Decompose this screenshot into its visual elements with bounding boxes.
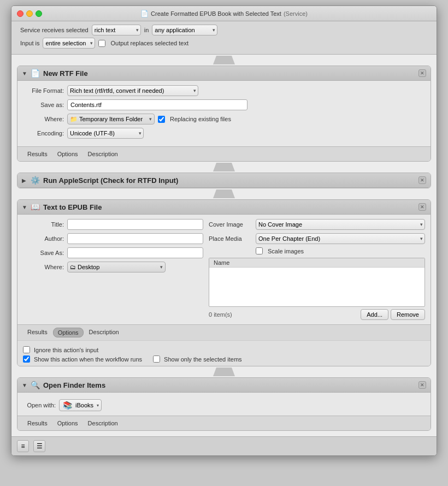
- run-applescript-header: ▶ ⚙️ Run AppleScript (Check for RTFD Inp…: [17, 173, 431, 188]
- encoding-select-wrap: Unicode (UTF-8): [67, 128, 144, 139]
- collapse-toggle-2[interactable]: ▶: [22, 177, 27, 183]
- main-window: 📄 Create Formatted EPUB Book with Select…: [11, 5, 437, 456]
- save-as-epub-label: Save As:: [23, 250, 64, 256]
- entire-selection-wrap: entire selection: [43, 38, 95, 49]
- ignore-input-checkbox[interactable]: [23, 346, 30, 353]
- table-footer: 0 item(s) Add... Remove: [209, 309, 425, 320]
- replacing-label: Replacing existing files: [170, 116, 231, 122]
- receives-label: Service receives selected: [20, 27, 89, 33]
- collapse-toggle[interactable]: ▼: [22, 70, 27, 76]
- file-format-select[interactable]: Rich text (rtf/rtfd, convert if needed): [67, 85, 198, 96]
- document-icon: 📄: [140, 10, 149, 17]
- in-label: in: [144, 27, 149, 33]
- tab-results-4[interactable]: Results: [23, 419, 52, 428]
- tab-options-1[interactable]: Options: [53, 150, 82, 158]
- open-finder-tabs: Results Options Description: [17, 416, 431, 430]
- open-finder-body: Open with: 📚 iBooks ▾: [17, 393, 431, 416]
- epub-close[interactable]: ✕: [418, 203, 426, 211]
- tab-results-1[interactable]: Results: [23, 150, 52, 158]
- tab-description-1[interactable]: Description: [84, 150, 122, 158]
- rtf-icon: 📄: [31, 69, 40, 78]
- cover-image-select[interactable]: No Cover Image: [256, 219, 425, 230]
- options-panel: Ignore this action's input Show this act…: [17, 340, 431, 366]
- service-bar: Service receives selected rich text in a…: [11, 21, 437, 55]
- where-epub-value: Desktop: [78, 264, 99, 270]
- open-finder-block: ▼ 🔍 Open Finder Items ✕ Open with: 📚 iBo…: [17, 377, 431, 431]
- place-media-label: Place Media: [209, 235, 252, 242]
- text-to-epub-body: Title: Author: Save As: Where:: [17, 215, 431, 324]
- show-action-checkbox[interactable]: [23, 355, 30, 363]
- cover-image-label: Cover Image: [209, 221, 252, 228]
- scale-images-label: Scale images: [268, 248, 304, 254]
- traffic-lights: [17, 10, 42, 17]
- maximize-button[interactable]: [36, 10, 42, 17]
- open-finder-title: Open Finder Items: [43, 381, 105, 389]
- where-epub-dropdown[interactable]: 🗂 Desktop ▾: [67, 262, 166, 272]
- tab-options-4[interactable]: Options: [53, 419, 82, 428]
- author-input[interactable]: [67, 233, 203, 244]
- ibooks-label: iBooks: [75, 402, 93, 408]
- new-rtf-close[interactable]: ✕: [418, 69, 426, 77]
- place-media-select[interactable]: One Per Chapter (End): [256, 233, 425, 244]
- collapse-toggle-3[interactable]: ▼: [22, 204, 27, 210]
- remove-button[interactable]: Remove: [391, 309, 425, 320]
- tab-results-3[interactable]: Results: [23, 328, 52, 337]
- applescript-icon: ⚙️: [31, 176, 40, 185]
- finder-close[interactable]: ✕: [418, 381, 426, 389]
- where-value: Temporary Items Folder: [79, 116, 143, 122]
- author-label: Author:: [23, 235, 64, 242]
- where-dropdown[interactable]: 📁 Temporary Items Folder ▾: [67, 114, 155, 125]
- replacing-checkbox[interactable]: [158, 116, 165, 123]
- applescript-close[interactable]: ✕: [418, 176, 426, 184]
- save-as-epub-input[interactable]: [67, 247, 203, 258]
- connector-1: [11, 55, 437, 66]
- connector-3: [11, 188, 437, 199]
- encoding-select[interactable]: Unicode (UTF-8): [67, 128, 144, 139]
- file-format-select-wrap: Rich text (rtf/rtfd, convert if needed): [67, 85, 198, 96]
- any-application-select[interactable]: any application: [152, 25, 217, 35]
- open-with-label: Open with:: [23, 402, 56, 408]
- where-label: Where:: [23, 116, 64, 122]
- rich-text-select[interactable]: rich text: [92, 25, 141, 35]
- ibooks-dropdown[interactable]: 📚 iBooks ▾: [59, 399, 102, 411]
- input-is-label: Input is: [20, 40, 39, 46]
- connector-4: [11, 366, 437, 377]
- detail-view-button[interactable]: ☰: [33, 440, 45, 452]
- text-to-epub-tabs: Results Options Description: [17, 324, 431, 340]
- place-media-wrap: One Per Chapter (End): [256, 233, 425, 244]
- list-view-button[interactable]: ≡: [17, 440, 29, 452]
- text-to-epub-block: ▼ 📖 Text to EPUB File ✕ Title: Author:: [17, 199, 431, 366]
- output-replaces-checkbox[interactable]: [98, 40, 105, 47]
- collapse-toggle-4[interactable]: ▼: [22, 382, 27, 388]
- show-action-label: Show this action when the workflow runs: [23, 355, 142, 363]
- epub-icon: 📖: [31, 203, 40, 211]
- save-as-input[interactable]: [67, 99, 247, 110]
- titlebar: 📄 Create Formatted EPUB Book with Select…: [11, 6, 437, 21]
- tab-description-4[interactable]: Description: [84, 419, 122, 428]
- new-rtf-header: ▼ 📄 New RTF File ✕: [17, 66, 431, 81]
- text-to-epub-header: ▼ 📖 Text to EPUB File ✕: [17, 200, 431, 215]
- tab-options-3[interactable]: Options: [53, 328, 84, 337]
- folder-icon: 📁: [70, 116, 78, 123]
- new-rtf-body: File Format: Rich text (rtf/rtfd, conver…: [17, 81, 431, 146]
- minimize-button[interactable]: [26, 10, 33, 17]
- name-table: Name: [209, 258, 425, 307]
- bottom-bar: ≡ ☰: [11, 436, 437, 455]
- close-button[interactable]: [17, 10, 23, 17]
- show-selected-label: Show only the selected items: [153, 355, 241, 363]
- ibooks-arrow: ▾: [97, 403, 99, 408]
- show-selected-checkbox[interactable]: [153, 355, 160, 363]
- title-input[interactable]: [67, 219, 203, 230]
- save-as-label: Save as:: [23, 102, 64, 108]
- output-replaces-label: Output replaces selected text: [110, 40, 188, 46]
- file-format-label: File Format:: [23, 87, 64, 94]
- where-arrow: ▾: [149, 116, 152, 122]
- new-rtf-title: New RTF File: [43, 69, 88, 78]
- entire-selection-select[interactable]: entire selection: [43, 38, 95, 49]
- scale-images-checkbox[interactable]: [256, 247, 263, 254]
- where-epub-label: Where:: [23, 264, 64, 270]
- add-button[interactable]: Add...: [361, 309, 388, 320]
- open-finder-header: ▼ 🔍 Open Finder Items ✕: [17, 378, 431, 393]
- desktop-icon: 🗂: [70, 264, 76, 270]
- tab-description-3[interactable]: Description: [85, 328, 123, 337]
